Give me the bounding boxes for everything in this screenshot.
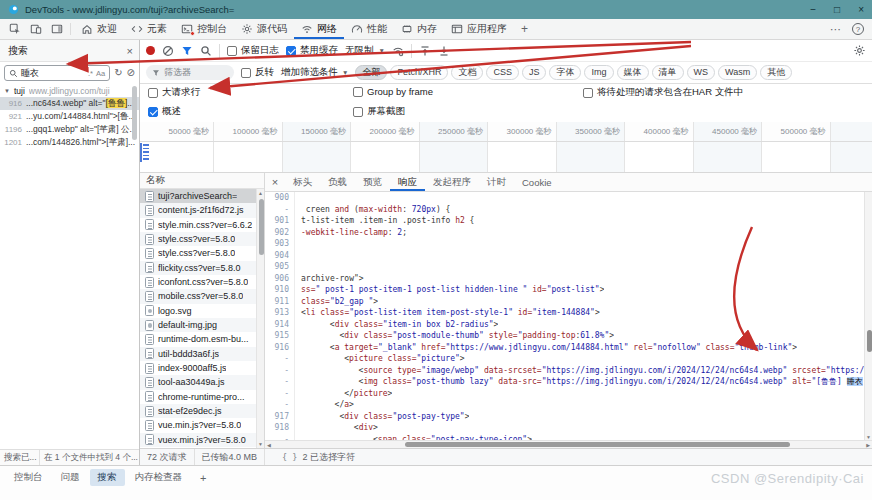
search-results-scrollbar[interactable] xyxy=(132,86,137,140)
tab-elements[interactable]: 元素 xyxy=(124,19,174,39)
response-tab-响应[interactable]: 响应 xyxy=(390,173,425,191)
add-tab-button[interactable]: + xyxy=(514,19,535,39)
help-icon[interactable]: ? xyxy=(852,23,864,35)
dock-side-icon[interactable] xyxy=(46,19,67,39)
response-tab-负载[interactable]: 负载 xyxy=(320,173,355,191)
filter-pill-媒体[interactable]: 媒体 xyxy=(617,65,649,80)
scrollbar-thumb[interactable] xyxy=(867,330,872,352)
filter-pill-WS[interactable]: WS xyxy=(687,65,716,80)
search-result-row[interactable]: 916...nc64s4.webp" alt="[鲁鲁]... xyxy=(0,97,139,110)
throttling-select[interactable]: 无限制 ▼ xyxy=(345,44,385,57)
tab-network[interactable]: 网络 xyxy=(294,19,344,39)
response-tab-计时[interactable]: 计时 xyxy=(479,173,514,191)
include-har-checkbox[interactable]: 将待处理的请求包含在HAR 文件中 xyxy=(583,86,743,99)
vertical-scrollbar[interactable]: ▼ xyxy=(864,192,872,440)
search-result-row[interactable]: 921...yu.com/144884.html">[鲁... xyxy=(0,110,139,123)
tab-console[interactable]: 控制台 xyxy=(174,19,234,39)
filter-pill-全部[interactable]: 全部 xyxy=(355,65,387,80)
request-row[interactable]: tool-aa30449a.js xyxy=(140,375,256,389)
close-detail-icon[interactable]: × xyxy=(265,176,285,188)
request-row[interactable]: vue.min.js?ver=5.8.0 xyxy=(140,418,256,432)
request-row[interactable]: content.js-2f1f6d72.js xyxy=(140,203,256,217)
request-row[interactable]: util-bddd3a6f.js xyxy=(140,347,256,361)
request-row[interactable]: tuji?archiveSearch= xyxy=(140,189,256,203)
search-result-row[interactable]: 1201...com/144826.html">[芊肃]... xyxy=(0,136,139,149)
horizontal-scrollbar[interactable]: ◀ ▶ xyxy=(265,440,872,448)
network-settings-gear-icon[interactable] xyxy=(853,44,866,57)
filter-pill-文档[interactable]: 文档 xyxy=(451,65,483,80)
tab-home[interactable]: 欢迎 xyxy=(74,19,124,39)
request-row[interactable]: style.min.css?ver=6.6.2 xyxy=(140,218,256,232)
scroll-down-icon[interactable]: ▼ xyxy=(865,434,872,440)
response-tab-预览[interactable]: 预览 xyxy=(355,173,390,191)
response-tab-发起程序[interactable]: 发起程序 xyxy=(425,173,479,191)
screenshots-checkbox[interactable]: 屏幕截图 xyxy=(353,105,405,118)
scroll-down-icon[interactable]: ▼ xyxy=(258,441,263,447)
filter-pill-Wasm[interactable]: Wasm xyxy=(718,65,757,80)
drawer-tab-控制台[interactable]: 控制台 xyxy=(6,469,51,486)
close-search-panel-icon[interactable]: × xyxy=(127,45,133,57)
scroll-left-icon[interactable]: ◀ xyxy=(267,442,271,448)
network-conditions-icon[interactable] xyxy=(392,45,404,57)
import-har-icon[interactable] xyxy=(419,45,431,57)
clear-network-log-icon[interactable] xyxy=(162,45,174,57)
more-filters-dropdown[interactable]: 增加筛选条件 ▼ xyxy=(281,66,348,79)
network-search-icon[interactable] xyxy=(200,45,212,57)
add-drawer-tab-button[interactable]: + xyxy=(192,470,214,486)
drawer-tab-问题[interactable]: 问题 xyxy=(53,469,88,486)
close-button[interactable]: × xyxy=(858,5,864,15)
search-input[interactable]: 睡衣 .* Aa xyxy=(4,65,110,81)
request-row[interactable]: vuex.min.js?ver=5.8.0 xyxy=(140,433,256,447)
tab-application[interactable]: 应用程序 xyxy=(444,19,514,39)
filter-pill-Img[interactable]: Img xyxy=(584,65,613,80)
request-row[interactable]: chrome-runtime-pro... xyxy=(140,390,256,404)
search-result-row[interactable]: 1196...gqq1.webp" alt="[芊肃] 公... xyxy=(0,123,139,136)
request-row[interactable]: default-img.jpg xyxy=(140,318,256,332)
drawer-tab-内存检查器[interactable]: 内存检查器 xyxy=(127,469,191,486)
maximize-button[interactable]: □ xyxy=(834,5,840,15)
disable-cache-checkbox[interactable]: 禁用缓存 xyxy=(286,44,338,57)
big-request-rows-checkbox[interactable]: 大请求行 xyxy=(148,86,200,99)
request-row[interactable]: iconfont.css?ver=5.8.0 xyxy=(140,275,256,289)
preserve-log-checkbox[interactable]: 保留日志 xyxy=(227,44,279,57)
filter-pill-字体[interactable]: 字体 xyxy=(549,65,581,80)
request-row[interactable]: flickity.css?ver=5.8.0 xyxy=(140,261,256,275)
overview-checkbox[interactable]: 概述 xyxy=(148,105,181,118)
invert-filter-checkbox[interactable]: 反转 xyxy=(241,66,274,79)
search-group-row[interactable]: ▼tujiwww.jdlingyu.com/tuji xyxy=(0,84,139,97)
filter-pill-其他[interactable]: 其他 xyxy=(760,65,792,80)
response-code-view[interactable]: 900-creen and (max-width: 720px) {901t-l… xyxy=(265,192,872,440)
request-list-scrollbar[interactable]: ▲ ▼ xyxy=(256,189,264,448)
request-row[interactable]: mobile.css?ver=5.8.0 xyxy=(140,289,256,303)
clear-search-icon[interactable]: ⊘ xyxy=(127,68,135,78)
filter-pill-JS[interactable]: JS xyxy=(522,65,547,80)
tab-performance[interactable]: 性能 xyxy=(344,19,394,39)
request-row[interactable]: style.css?ver=5.8.0 xyxy=(140,232,256,246)
request-row[interactable]: logo.svg xyxy=(140,304,256,318)
tab-memory[interactable]: 内存 xyxy=(394,19,444,39)
inspect-icon[interactable] xyxy=(4,19,25,39)
scroll-up-icon[interactable]: ▲ xyxy=(258,190,263,196)
request-row[interactable]: runtime-dom.esm-bu... xyxy=(140,332,256,346)
request-row[interactable]: index-9000aff5.js xyxy=(140,361,256,375)
network-overview[interactable] xyxy=(140,142,872,173)
scroll-right-icon[interactable]: ▶ xyxy=(866,442,870,448)
filter-pill-CSS[interactable]: CSS xyxy=(486,65,519,80)
request-list-header[interactable]: 名称 xyxy=(140,173,264,189)
regex-toggle-icon[interactable]: .* xyxy=(88,69,93,78)
filter-pill-Fetch/XHR[interactable]: Fetch/XHR xyxy=(390,65,448,80)
request-row[interactable]: style.css?ver=5.8.0 xyxy=(140,246,256,260)
export-har-icon[interactable] xyxy=(438,45,450,57)
filter-toggle-icon[interactable] xyxy=(181,45,193,57)
scrollbar-thumb[interactable] xyxy=(259,199,264,255)
match-case-toggle-icon[interactable]: Aa xyxy=(96,69,105,78)
scrollbar-thumb[interactable] xyxy=(405,442,790,447)
minimize-button[interactable]: − xyxy=(810,5,816,15)
group-by-frame-checkbox[interactable]: Group by frame xyxy=(353,86,433,97)
filter-input[interactable]: 筛选器 xyxy=(146,65,234,80)
response-tab-标头[interactable]: 标头 xyxy=(285,173,320,191)
record-button[interactable] xyxy=(146,46,155,55)
tab-sources[interactable]: 源代码 xyxy=(234,19,294,39)
more-options-icon[interactable]: ⋯ xyxy=(830,23,842,36)
device-toolbar-icon[interactable] xyxy=(25,19,46,39)
